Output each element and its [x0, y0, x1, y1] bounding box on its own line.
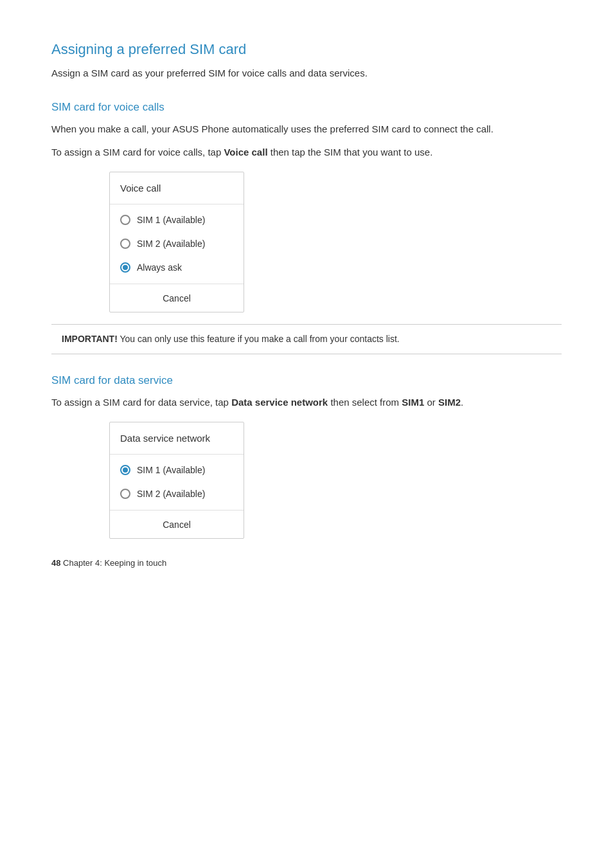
important-text: You can only use this feature if you mak…	[118, 334, 400, 344]
footer-page-number: 48	[51, 558, 60, 568]
data-section-title: SIM card for data service	[51, 372, 562, 389]
voice-option-sim2-label: SIM 2 (Available)	[137, 237, 205, 251]
voice-option-sim2[interactable]: SIM 2 (Available)	[110, 232, 244, 256]
voice-dialog-divider2	[110, 284, 244, 284]
voice-radio-sim2	[120, 239, 130, 249]
data-para-prefix: To assign a SIM card for data service, t…	[51, 397, 231, 408]
voice-para2: To assign a SIM card for voice calls, ta…	[51, 145, 562, 160]
voice-option-sim1-label: SIM 1 (Available)	[137, 213, 205, 227]
data-dialog-divider1	[110, 454, 244, 455]
main-description: Assign a SIM card as your preferred SIM …	[51, 66, 562, 81]
data-para: To assign a SIM card for data service, t…	[51, 395, 562, 410]
data-para-bold2: SIM1	[402, 397, 424, 408]
data-option-sim2-label: SIM 2 (Available)	[137, 487, 205, 501]
voice-option-sim1[interactable]: SIM 1 (Available)	[110, 208, 244, 232]
data-dialog-divider2	[110, 510, 244, 511]
voice-radio-always-ask	[120, 262, 130, 273]
voice-option-always-ask-label: Always ask	[137, 261, 182, 275]
data-para-suffix: .	[461, 397, 463, 408]
voice-dialog-title: Voice call	[110, 172, 244, 203]
data-option-sim1-label: SIM 1 (Available)	[137, 464, 205, 477]
voice-dialog-divider1	[110, 204, 244, 204]
voice-para2-bold: Voice call	[224, 147, 267, 158]
important-box: IMPORTANT! You can only use this feature…	[51, 324, 562, 354]
voice-cancel-button[interactable]: Cancel	[110, 285, 244, 312]
data-option-sim1[interactable]: SIM 1 (Available)	[110, 458, 244, 482]
voice-para1: When you make a call, your ASUS Phone au…	[51, 122, 562, 137]
voice-dialog-options: SIM 1 (Available) SIM 2 (Available) Alwa…	[110, 206, 244, 282]
footer: 48 Chapter 4: Keeping in touch	[51, 557, 166, 570]
data-dialog-options: SIM 1 (Available) SIM 2 (Available)	[110, 456, 244, 509]
important-label: IMPORTANT!	[62, 334, 118, 344]
data-radio-sim1	[120, 465, 130, 475]
voice-para2-prefix: To assign a SIM card for voice calls, ta…	[51, 147, 224, 158]
main-title: Assigning a preferred SIM card	[51, 39, 562, 60]
voice-section-title: SIM card for voice calls	[51, 99, 562, 116]
data-dialog-title: Data service network	[110, 422, 244, 453]
data-cancel-button[interactable]: Cancel	[110, 512, 244, 538]
data-para-bold1: Data service network	[231, 397, 328, 408]
voice-call-dialog: Voice call SIM 1 (Available) SIM 2 (Avai…	[109, 172, 244, 312]
data-option-sim2[interactable]: SIM 2 (Available)	[110, 482, 244, 506]
voice-option-always-ask[interactable]: Always ask	[110, 256, 244, 280]
voice-radio-sim1	[120, 215, 130, 225]
data-radio-sim2	[120, 489, 130, 499]
page-content: Assigning a preferred SIM card Assign a …	[0, 0, 613, 589]
data-para-mid: then select from	[328, 397, 402, 408]
voice-para2-suffix: then tap the SIM that you want to use.	[268, 147, 433, 158]
data-service-dialog: Data service network SIM 1 (Available) S…	[109, 422, 244, 539]
data-para-bold3: SIM2	[438, 397, 461, 408]
data-para-or: or	[424, 397, 438, 408]
footer-chapter: Chapter 4: Keeping in touch	[63, 558, 166, 568]
